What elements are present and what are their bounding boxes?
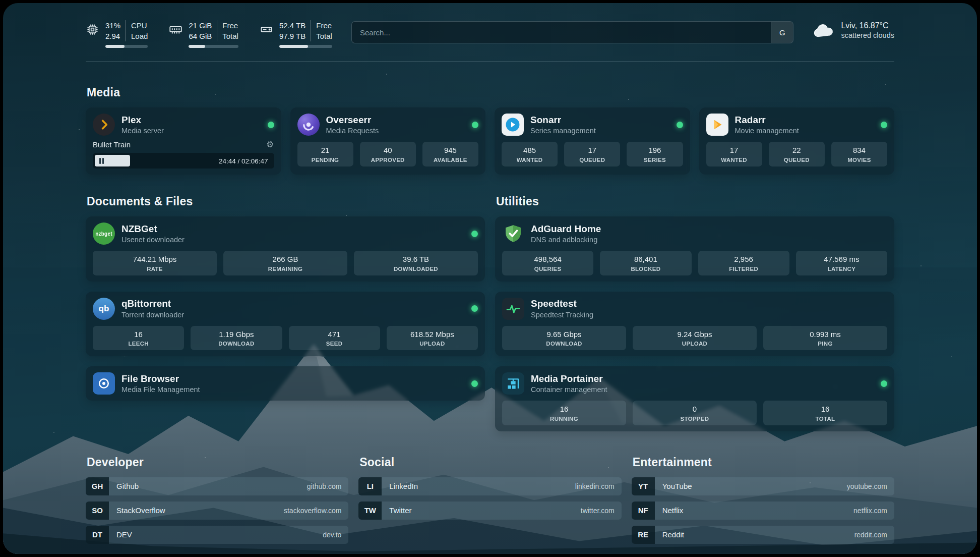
overseerr-card[interactable]: Overseerr Media Requests 21 PENDING 40 A… <box>290 107 486 175</box>
now-playing-title: Bullet Train <box>93 140 131 149</box>
radarr-title: Radarr <box>735 115 871 126</box>
cpu-load-value: 2.94 <box>105 31 120 41</box>
stackoverflow-badge: SO <box>86 502 109 520</box>
disk-label-2: Total <box>316 31 332 41</box>
section-title-documents: Documents & Files <box>87 195 485 208</box>
bookmark-linkedin[interactable]: LI LinkedIn linkedin.com <box>358 477 621 495</box>
nzbget-status-dot <box>471 231 478 237</box>
filebrowser-card[interactable]: File Browser Media File Management <box>86 366 485 401</box>
radarr-status-dot <box>881 122 887 128</box>
ram-metric: 21 GiB 64 GiB Free Total <box>169 20 238 48</box>
cpu-metric: 31% 2.94 CPU Load <box>86 20 148 48</box>
pause-icon[interactable] <box>99 158 104 164</box>
stat-label: BLOCKED <box>602 266 689 272</box>
stat-value: 9.65 Gbps <box>504 329 624 340</box>
portainer-icon <box>502 372 524 395</box>
nzbget-card[interactable]: nzbget NZBGet Usenet downloader 744.21 M… <box>86 216 485 282</box>
qbittorrent-stat-upload: 618.52 Mbps UPLOAD <box>387 326 478 351</box>
stat-value: 945 <box>424 145 476 155</box>
top-bar: 31% 2.94 CPU Load <box>86 3 894 48</box>
linkedin-badge: LI <box>358 477 382 495</box>
stat-label: LATENCY <box>798 266 885 272</box>
plex-status-dot <box>268 122 274 128</box>
sonarr-title: Sonarr <box>530 115 666 126</box>
documents-column: Documents & Files nzbget NZBGet Usenet d… <box>86 195 485 431</box>
radarr-card[interactable]: Radarr Movie management 17 WANTED 22 QUE… <box>699 107 895 175</box>
bookmark-url: youtube.com <box>847 482 894 490</box>
overseerr-status-dot <box>472 122 478 128</box>
stat-label: SEED <box>291 341 378 347</box>
speedtest-title: Speedtest <box>531 298 887 309</box>
qbittorrent-card[interactable]: qb qBittorrent Torrent downloader 16 <box>86 292 485 357</box>
cpu-progress-fill <box>105 45 125 48</box>
search-bar[interactable]: G <box>351 21 794 43</box>
portainer-stat-running: 16 RUNNING <box>502 401 626 425</box>
plex-card[interactable]: Plex Media server Bullet Train ⚙ 24:44 <box>86 107 281 175</box>
stat-label: RUNNING <box>504 416 624 422</box>
stat-label: DOWNLOAD <box>504 341 624 347</box>
stat-value: 744.21 Mbps <box>95 254 215 264</box>
ram-label-1: Free <box>222 20 238 31</box>
stat-label: RATE <box>95 266 215 272</box>
nzbget-stat-downloaded: 39.6 TB DOWNLOADED <box>354 251 478 275</box>
bookmark-url: github.com <box>307 482 348 490</box>
disk-metric: 52.4 TB 97.9 TB Free Total <box>260 20 332 48</box>
overseerr-stat-available: 945 AVAILABLE <box>422 142 478 166</box>
bookmark-url: stackoverflow.com <box>284 507 348 515</box>
bookmark-github[interactable]: GH Github github.com <box>86 477 348 495</box>
stat-value: 196 <box>629 145 681 155</box>
bookmark-reddit[interactable]: RE Reddit reddit.com <box>632 526 894 544</box>
bookmark-name: Reddit <box>655 530 854 539</box>
stat-value: 21 <box>299 145 351 155</box>
filebrowser-title: File Browser <box>121 373 461 384</box>
cpu-label-2: Load <box>131 31 148 41</box>
bookmark-netflix[interactable]: NF Netflix netflix.com <box>632 502 894 520</box>
bookmark-url: reddit.com <box>854 531 894 539</box>
plex-settings-gear-icon[interactable]: ⚙ <box>266 140 274 149</box>
adguard-title: AdGuard Home <box>531 224 887 235</box>
adguard-icon <box>502 222 524 245</box>
disk-total-value: 97.9 TB <box>279 31 305 41</box>
stat-value: 1.19 Gbps <box>193 329 280 340</box>
stat-label: STOPPED <box>635 416 755 422</box>
stat-value: 485 <box>504 145 556 155</box>
stat-value: 17 <box>566 145 618 155</box>
sonarr-status-dot <box>677 122 683 128</box>
cpu-label-1: CPU <box>131 20 148 31</box>
stat-label: PING <box>765 341 885 347</box>
search-input[interactable] <box>352 22 771 43</box>
bookmark-dev[interactable]: DT DEV dev.to <box>86 526 348 544</box>
plex-player-bar[interactable]: 24:44 / 02:06:47 <box>93 153 274 169</box>
nzbget-icon-text: nzbget <box>95 231 112 237</box>
sonarr-card[interactable]: Sonarr Series management 485 WANTED 17 Q… <box>495 107 690 175</box>
stat-label: QUEUED <box>771 157 823 163</box>
adguard-stat-queries: 498,564 QUERIES <box>502 251 593 275</box>
section-title-developer: Developer <box>87 456 348 469</box>
bookmark-name: StackOverflow <box>109 506 284 515</box>
qbittorrent-icon: qb <box>93 298 115 320</box>
speedtest-subtitle: Speedtest Tracking <box>531 311 887 319</box>
stat-value: 2,956 <box>700 254 787 264</box>
stat-label: MOVIES <box>833 157 885 163</box>
speedtest-card[interactable]: Speedtest Speedtest Tracking 9.65 Gbps D… <box>495 292 894 357</box>
radarr-stat-wanted: 17 WANTED <box>706 142 762 166</box>
stat-label: SERIES <box>629 157 681 163</box>
overseerr-stat-pending: 21 PENDING <box>297 142 353 166</box>
portainer-stat-total: 16 TOTAL <box>763 401 887 425</box>
portainer-card[interactable]: Media Portainer Container management 16 … <box>495 366 894 431</box>
adguard-card[interactable]: AdGuard Home DNS and adblocking 498,564 … <box>495 216 894 282</box>
ram-label-2: Total <box>222 31 238 41</box>
search-engine-button[interactable]: G <box>771 22 793 43</box>
stat-value: 39.6 TB <box>356 254 476 264</box>
bookmark-twitter[interactable]: TW Twitter twitter.com <box>358 502 621 520</box>
plex-subtitle: Media server <box>121 127 257 135</box>
adguard-stat-blocked: 86,401 BLOCKED <box>600 251 691 275</box>
bookmarks-entertainment: Entertainment YT YouTube youtube.com NF … <box>632 456 894 550</box>
stat-value: 22 <box>771 145 823 155</box>
portainer-stat-stopped: 0 STOPPED <box>633 401 757 425</box>
nzbget-icon: nzbget <box>93 222 115 245</box>
disk-label-1: Free <box>316 20 332 31</box>
bookmark-youtube[interactable]: YT YouTube youtube.com <box>632 477 894 495</box>
bookmark-stackoverflow[interactable]: SO StackOverflow stackoverflow.com <box>86 502 348 520</box>
cpu-progress-track <box>105 45 148 48</box>
